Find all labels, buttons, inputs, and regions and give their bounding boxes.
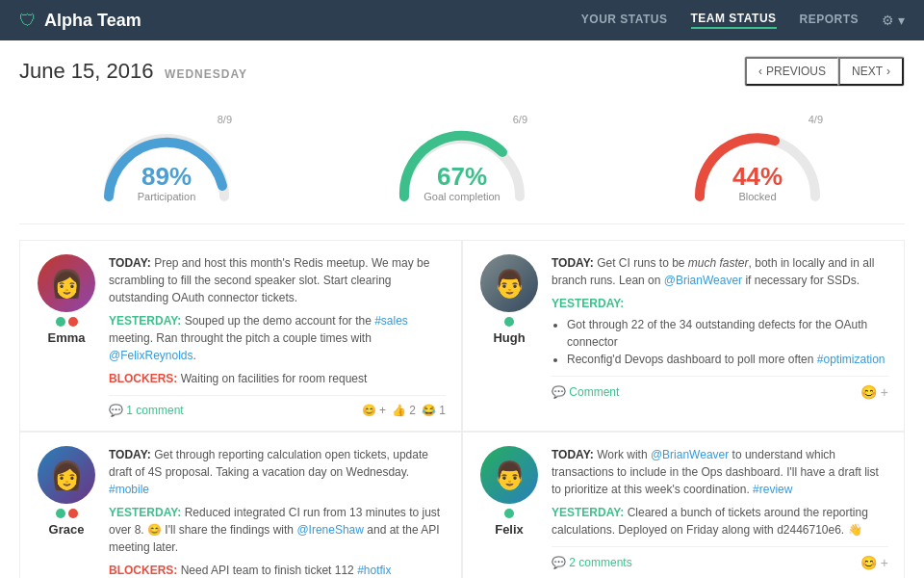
member-card-grace: 👩 Grace TODAY: Get through reporting cal… xyxy=(19,432,462,578)
shield-icon: 🛡 xyxy=(19,11,37,31)
participation-gauge-svg: 8/9 89% Participation xyxy=(90,112,244,208)
nav-reports[interactable]: REPORTS xyxy=(800,13,860,28)
dot-green-emma xyxy=(56,317,65,327)
content-grace: TODAY: Get through reporting calculation… xyxy=(109,446,446,578)
avatar-col-grace: 👩 Grace xyxy=(36,446,97,578)
app-header: 🛡 Alpha Team YOUR STATUS TEAM STATUS REP… xyxy=(0,0,924,40)
dot-red-emma xyxy=(68,317,78,327)
dot-green-felix xyxy=(504,509,514,518)
pagination: ‹ PREVIOUS NEXT › xyxy=(744,56,905,87)
app-title: Alpha Team xyxy=(44,11,141,31)
date-text: June 15, 2016 xyxy=(19,59,153,83)
status-dots-felix xyxy=(504,509,514,518)
member-card-felix: 👨 Felix TODAY: Work with @BrianWeaver to… xyxy=(462,432,905,578)
comment-button-felix[interactable]: 💬 2 comments xyxy=(552,556,632,569)
list-item: Got through 22 of the 34 outstanding def… xyxy=(567,316,888,351)
avatar-col-felix: 👨 Felix xyxy=(478,446,540,570)
day-text: WEDNESDAY xyxy=(165,67,247,81)
emoji-add-felix[interactable]: 😊 + xyxy=(860,555,888,570)
date-bar: June 15, 2016 WEDNESDAY ‹ PREVIOUS NEXT … xyxy=(19,56,905,87)
yesterday-grace: YESTERDAY: Reduced integrated CI run fro… xyxy=(109,504,446,556)
header-nav: YOUR STATUS TEAM STATUS REPORTS ⚙ ▾ xyxy=(581,12,905,29)
card-footer-emma: 💬 1 comment 😊 + 👍 2 😂 1 xyxy=(109,395,446,417)
avatar-hugh: 👨 xyxy=(480,254,538,312)
yesterday-felix: YESTERDAY: Cleared a bunch of tickets ar… xyxy=(552,504,888,539)
reactions-emma: 😊 + 👍 2 😂 1 xyxy=(362,404,446,417)
list-item: Reconfig'd Devops dashboard to poll more… xyxy=(567,351,888,368)
status-dots-hugh xyxy=(504,317,514,327)
card-footer-felix: 💬 2 comments 😊 + xyxy=(552,546,888,570)
comment-button-hugh[interactable]: 💬 Comment xyxy=(552,385,619,399)
blocked-gauge: 4/9 44% Blocked xyxy=(661,112,854,208)
dot-red-grace xyxy=(68,509,78,518)
avatar-grace: 👩 xyxy=(38,446,95,504)
blocked-gauge-svg: 4/9 44% Blocked xyxy=(680,112,834,208)
avatar-felix: 👨 xyxy=(480,446,538,504)
svg-text:Participation: Participation xyxy=(138,191,196,202)
dot-green-grace xyxy=(56,509,65,518)
svg-text:44%: 44% xyxy=(732,162,783,191)
yesterday-list-hugh: Got through 22 of the 34 outstanding def… xyxy=(552,316,888,368)
today-hugh: TODAY: Get CI runs to be much faster, bo… xyxy=(552,254,888,289)
yesterday-emma: YESTERDAY: Souped up the demo account fo… xyxy=(109,312,446,364)
svg-text:Blocked: Blocked xyxy=(738,191,776,202)
member-card-emma: 👩 Emma TODAY: Prep and host this month's… xyxy=(19,240,462,432)
previous-button[interactable]: ‹ PREVIOUS xyxy=(745,57,838,86)
next-button[interactable]: NEXT › xyxy=(838,57,904,86)
emoji-add-hugh[interactable]: 😊 + xyxy=(860,384,888,400)
nav-your-status[interactable]: YOUR STATUS xyxy=(581,13,668,28)
header-left: 🛡 Alpha Team xyxy=(19,11,141,31)
goal-fraction: 6/9 xyxy=(513,114,527,125)
today-felix: TODAY: Work with @BrianWeaver to underst… xyxy=(552,446,888,498)
participation-fraction: 8/9 xyxy=(218,114,232,125)
team-grid: 👩 Emma TODAY: Prep and host this month's… xyxy=(19,240,905,578)
reaction-smile[interactable]: 😊 + xyxy=(362,404,386,417)
reaction-laugh[interactable]: 😂 1 xyxy=(422,404,446,417)
avatar-col-emma: 👩 Emma xyxy=(36,254,97,417)
avatar-col-hugh: 👨 Hugh xyxy=(478,254,540,400)
date-heading: June 15, 2016 WEDNESDAY xyxy=(19,59,247,84)
goal-gauge-svg: 6/9 67% Goal completion xyxy=(385,112,539,208)
blocked-fraction: 4/9 xyxy=(808,114,822,125)
content-emma: TODAY: Prep and host this month's Redis … xyxy=(109,254,446,417)
svg-text:Goal completion: Goal completion xyxy=(424,191,500,202)
reaction-thumbs[interactable]: 👍 2 xyxy=(392,404,416,417)
member-name-felix: Felix xyxy=(495,522,524,537)
today-emma: TODAY: Prep and host this month's Redis … xyxy=(109,254,446,306)
dot-green-hugh xyxy=(504,317,514,327)
main-content: June 15, 2016 WEDNESDAY ‹ PREVIOUS NEXT … xyxy=(0,40,924,578)
gauges-section: 8/9 89% Participation 6/9 67% Goal compl… xyxy=(19,102,905,224)
member-name-emma: Emma xyxy=(47,330,85,345)
settings-icon[interactable]: ⚙ ▾ xyxy=(882,13,905,28)
content-felix: TODAY: Work with @BrianWeaver to underst… xyxy=(552,446,888,570)
member-card-hugh: 👨 Hugh TODAY: Get CI runs to be much fas… xyxy=(462,240,905,432)
avatar-emma: 👩 xyxy=(38,254,95,312)
comment-button-emma[interactable]: 💬 1 comment xyxy=(109,404,184,417)
blockers-emma: BLOCKERS: Waiting on facilities for room… xyxy=(109,370,446,387)
yesterday-hugh: YESTERDAY: Got through 22 of the 34 outs… xyxy=(552,295,888,368)
svg-text:89%: 89% xyxy=(141,162,192,191)
card-footer-hugh: 💬 Comment 😊 + xyxy=(552,376,888,400)
nav-team-status[interactable]: TEAM STATUS xyxy=(691,12,777,29)
participation-gauge: 8/9 89% Participation xyxy=(70,112,263,208)
goal-gauge: 6/9 67% Goal completion xyxy=(366,112,558,208)
content-hugh: TODAY: Get CI runs to be much faster, bo… xyxy=(552,254,888,400)
status-dots-emma xyxy=(56,317,78,327)
today-grace: TODAY: Get through reporting calculation… xyxy=(109,446,446,498)
status-dots-grace xyxy=(56,509,78,518)
member-name-hugh: Hugh xyxy=(493,330,525,345)
member-name-grace: Grace xyxy=(49,522,85,537)
svg-text:67%: 67% xyxy=(437,162,487,191)
blockers-grace: BLOCKERS: Need API team to finish ticket… xyxy=(109,562,446,578)
